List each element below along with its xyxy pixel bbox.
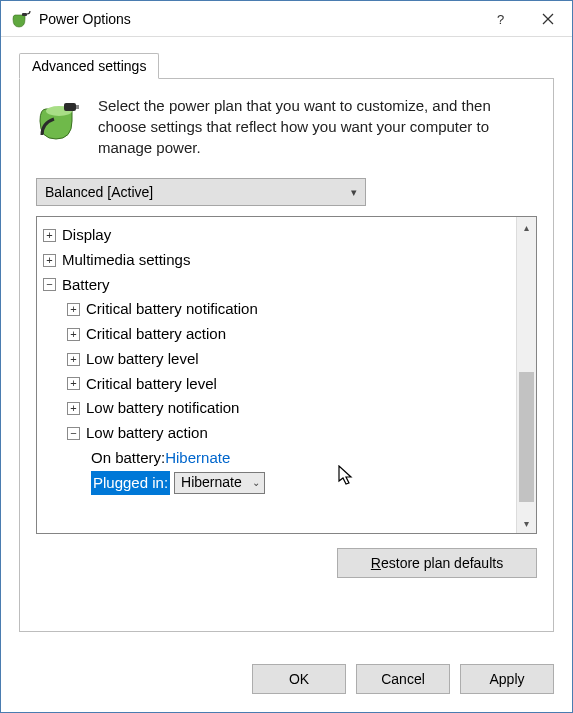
tree-item-low-notification[interactable]: + Low battery notification	[43, 396, 512, 421]
tree-item-low-level[interactable]: + Low battery level	[43, 347, 512, 372]
power-plan-icon	[36, 95, 84, 143]
vertical-scrollbar[interactable]: ▴ ▾	[516, 217, 536, 533]
on-battery-value[interactable]: Hibernate	[165, 446, 230, 471]
expand-icon[interactable]: +	[67, 353, 80, 366]
tab-advanced-settings[interactable]: Advanced settings	[19, 53, 159, 79]
tab-strip: Advanced settings	[19, 51, 554, 79]
expand-icon[interactable]: +	[67, 377, 80, 390]
settings-tree[interactable]: + Display + Multimedia settings − Batter…	[37, 217, 516, 533]
intro-text: Select the power plan that you want to c…	[98, 95, 537, 158]
tree-item-plugged-in[interactable]: Plugged in: Hibernate ⌄	[43, 471, 512, 496]
plugged-in-label: Plugged in:	[91, 471, 170, 496]
tree-item-critical-notification[interactable]: + Critical battery notification	[43, 297, 512, 322]
svg-rect-0	[22, 13, 27, 16]
scroll-down-icon[interactable]: ▾	[517, 513, 536, 533]
tree-item-critical-level[interactable]: + Critical battery level	[43, 372, 512, 397]
power-options-dialog: Power Options ? Advanced settings	[0, 0, 573, 713]
collapse-icon[interactable]: −	[43, 278, 56, 291]
tree-item-multimedia[interactable]: + Multimedia settings	[43, 248, 512, 273]
scroll-up-icon[interactable]: ▴	[517, 217, 536, 237]
power-options-icon	[11, 9, 31, 29]
scroll-thumb[interactable]	[519, 372, 534, 502]
cancel-button[interactable]: Cancel	[356, 664, 450, 694]
tree-item-critical-action[interactable]: + Critical battery action	[43, 322, 512, 347]
tab-panel: Select the power plan that you want to c…	[19, 78, 554, 632]
power-plan-combo[interactable]: Balanced [Active] ▾	[36, 178, 366, 206]
expand-icon[interactable]: +	[43, 229, 56, 242]
tree-item-battery[interactable]: − Battery	[43, 273, 512, 298]
client-area: Advanced settings Select the power plan …	[1, 37, 572, 650]
collapse-icon[interactable]: −	[67, 427, 80, 440]
apply-button[interactable]: Apply	[460, 664, 554, 694]
chevron-down-icon: ▾	[351, 186, 357, 199]
intro-section: Select the power plan that you want to c…	[36, 95, 537, 158]
plugged-in-combo[interactable]: Hibernate ⌄	[174, 472, 265, 494]
tree-item-on-battery[interactable]: On battery: Hibernate	[43, 446, 512, 471]
dialog-buttons: OK Cancel Apply	[1, 650, 572, 712]
plugged-in-value: Hibernate	[181, 471, 242, 494]
expand-icon[interactable]: +	[67, 303, 80, 316]
help-button[interactable]: ?	[476, 1, 524, 37]
restore-defaults-button[interactable]: Restore plan defaults	[337, 548, 537, 578]
svg-rect-6	[76, 105, 79, 109]
expand-icon[interactable]: +	[43, 254, 56, 267]
settings-tree-container: + Display + Multimedia settings − Batter…	[36, 216, 537, 534]
close-button[interactable]	[524, 1, 572, 37]
svg-text:?: ?	[497, 13, 504, 25]
titlebar-text: Power Options	[39, 11, 476, 27]
ok-button[interactable]: OK	[252, 664, 346, 694]
power-plan-value: Balanced [Active]	[45, 184, 153, 200]
expand-icon[interactable]: +	[67, 328, 80, 341]
tree-item-low-action[interactable]: − Low battery action	[43, 421, 512, 446]
svg-rect-5	[64, 103, 76, 111]
expand-icon[interactable]: +	[67, 402, 80, 415]
tree-item-display[interactable]: + Display	[43, 223, 512, 248]
restore-row: Restore plan defaults	[36, 548, 537, 578]
chevron-down-icon: ⌄	[252, 475, 260, 492]
titlebar: Power Options ?	[1, 1, 572, 37]
